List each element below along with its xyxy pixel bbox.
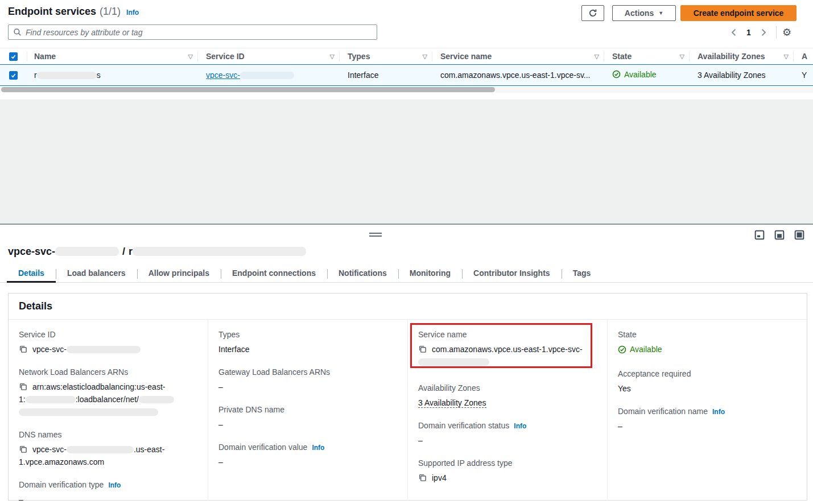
field-domain-verification-name: Domain verification nameInfo – [618,407,798,432]
tabs-bar: Details Load balancers Allow principals … [0,265,813,283]
cell-name: rs [27,71,198,80]
panel-small-icon [754,230,765,240]
next-page-button[interactable] [757,26,770,39]
previous-page-button[interactable] [727,26,741,39]
panel-size-small-button[interactable] [754,230,765,240]
cell-types: Interface [340,71,432,80]
status-badge: Available [630,343,662,356]
refresh-button[interactable] [581,5,604,21]
info-link[interactable]: Info [312,444,324,452]
table-row[interactable]: rs vpce-svc- Interface com.amazonaws.vpc… [0,64,813,86]
sort-icon: ▽ [423,53,427,60]
details-card: Details Service ID vpce-svc- Network Loa… [8,293,807,501]
column-header-acceptance[interactable]: A [794,48,813,64]
tab-monitoring[interactable]: Monitoring [398,265,462,283]
copy-icon[interactable] [19,445,27,453]
details-card-body: Service ID vpce-svc- Network Load Balanc… [9,320,807,501]
preferences-gear-button[interactable]: ⚙ [782,27,791,38]
redacted-text [67,446,134,453]
row-checkbox-cell [0,71,27,80]
field-glb-arns: Gateway Load Balancers ARNs – [218,367,398,393]
tab-tags[interactable]: Tags [562,265,602,283]
chevron-right-icon [760,28,767,36]
status-available-icon [612,70,621,79]
field-domain-verification-type: Domain verification typeInfo – [19,480,199,504]
details-column-4: State Available Acceptance required [607,320,807,501]
field-acceptance-required: Acceptance required Yes [618,369,798,395]
split-panel-drag-handle[interactable] [369,233,382,237]
details-column-3: Service name com.amazonaws.vpce.us-east-… [407,320,607,501]
redacted-text [19,408,158,416]
copy-icon[interactable] [418,473,427,482]
panel-large-icon [794,230,804,240]
redacted-text [240,72,294,79]
field-domain-verification-value: Domain verification valueInfo – [218,443,398,468]
table-header-checkbox-cell [0,48,27,64]
split-panel: vpce-svc-/r Details Load balancers Allow… [0,224,813,504]
field-service-id: Service ID vpce-svc- [19,330,199,356]
service-id-link[interactable]: vpce-svc- [206,71,294,80]
copy-icon[interactable] [19,345,27,353]
info-link[interactable]: Info [712,408,725,416]
tab-contributor-insights[interactable]: Contributor Insights [462,265,562,283]
tab-endpoint-connections[interactable]: Endpoint connections [221,265,327,283]
panel-medium-icon [774,230,785,240]
field-service-name: Service name com.amazonaws.vpce.us-east-… [418,330,598,368]
panel-size-large-button[interactable] [794,230,804,240]
redacted-text [55,247,119,256]
split-panel-title: vpce-svc-/r [8,246,813,258]
redacted-text [418,358,489,366]
sort-icon: ▽ [188,53,193,60]
tab-load-balancers[interactable]: Load balancers [56,265,137,283]
cell-service-id: vpce-svc- [198,71,340,80]
cell-availability-zones: 3 Availability Zones [690,71,794,80]
field-supported-ip: Supported IP address type ipv4 [418,458,598,484]
field-state: State Available [618,330,798,357]
chevron-down-icon: ▼ [658,10,663,16]
details-column-2: Types Interface Gateway Load Balancers A… [208,320,407,501]
tab-details[interactable]: Details [7,265,56,283]
redacted-text [133,247,306,256]
tab-notifications[interactable]: Notifications [327,265,398,283]
sort-icon: ▽ [595,53,599,60]
tab-allow-principals[interactable]: Allow principals [137,265,221,283]
search-input[interactable] [26,28,372,37]
pagination: 1 ⚙ [727,26,791,39]
copy-icon[interactable] [418,345,427,353]
actions-button[interactable]: Actions ▼ [612,5,676,21]
info-link[interactable]: Info [108,481,121,489]
scrollbar-thumb[interactable] [1,87,495,92]
column-header-service-name[interactable]: Service name▽ [432,48,604,64]
select-all-checkbox[interactable] [9,52,18,61]
current-page-number: 1 [741,28,757,37]
availability-zones-popover-link[interactable]: 3 Availability Zones [698,71,766,80]
actions-label: Actions [625,9,654,18]
page-info-link[interactable]: Info [126,9,139,16]
cell-service-name: com.amazonaws.vpce.us-east-1.vpce-sv... [432,71,604,80]
split-panel-size-controls [754,230,804,240]
horizontal-scrollbar[interactable] [0,86,813,93]
row-checkbox[interactable] [9,71,18,80]
search-icon [13,28,22,36]
info-link[interactable]: Info [514,422,526,430]
redacted-text [139,396,174,403]
availability-zones-popover-link[interactable]: 3 Availability Zones [418,398,486,408]
panel-size-medium-button[interactable] [774,230,785,240]
page-header: Endpoint services (1/1) Info [8,6,139,23]
refresh-icon [588,9,597,18]
sort-icon: ▽ [784,53,789,60]
column-header-availability-zones[interactable]: Availability Zones▽ [690,48,794,64]
column-header-service-id[interactable]: Service ID▽ [198,48,340,64]
page-background [0,100,813,224]
details-card-header: Details [9,294,807,320]
check-icon [10,72,16,79]
create-endpoint-service-button[interactable]: Create endpoint service [680,5,797,21]
column-header-name[interactable]: Name▽ [27,48,198,64]
column-header-types[interactable]: Types▽ [340,48,432,64]
gear-icon: ⚙ [782,27,791,38]
copy-icon[interactable] [19,382,27,391]
redacted-text [67,346,141,353]
field-private-dns-name: Private DNS name – [218,405,398,431]
column-header-state[interactable]: State▽ [604,48,690,64]
redacted-text [26,396,76,403]
